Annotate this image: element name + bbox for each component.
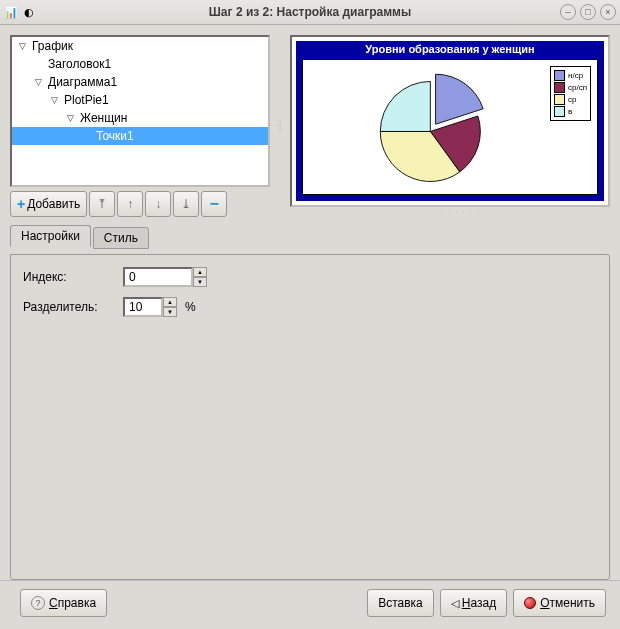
tab-style[interactable]: Стиль bbox=[93, 227, 149, 249]
legend-row: н/ср bbox=[554, 70, 587, 81]
arrow-bar-down-icon: ⤓ bbox=[181, 197, 191, 211]
index-step-down[interactable]: ▼ bbox=[193, 277, 207, 287]
legend-label: ср/сп bbox=[568, 83, 587, 92]
tree-toggle-icon[interactable]: ▽ bbox=[64, 113, 76, 123]
minus-icon: − bbox=[210, 195, 219, 213]
window-title: Шаг 2 из 2: Настройка диаграммы bbox=[0, 5, 620, 19]
legend-label: ср bbox=[568, 95, 576, 104]
cancel-icon bbox=[524, 597, 536, 609]
legend-row: ср bbox=[554, 94, 587, 105]
tree-toggle-icon[interactable]: ▽ bbox=[48, 95, 60, 105]
tree-node[interactable]: Заголовок1 bbox=[12, 55, 268, 73]
minimize-button[interactable]: – bbox=[560, 4, 576, 20]
help-button-label: Справка bbox=[49, 596, 96, 610]
app-icon: 📊 bbox=[4, 5, 18, 19]
tree-toggle-icon[interactable]: ▽ bbox=[16, 41, 28, 51]
back-icon: ◁ bbox=[451, 597, 459, 610]
index-label: Индекс: bbox=[23, 270, 123, 284]
tree-node[interactable]: ▽Женщин bbox=[12, 109, 268, 127]
maximize-button[interactable]: □ bbox=[580, 4, 596, 20]
legend-label: в bbox=[568, 107, 572, 116]
tree-node-label: Заголовок1 bbox=[46, 57, 113, 71]
tab-settings[interactable]: Настройки bbox=[10, 225, 91, 247]
window-titlebar[interactable]: 📊 ◐ Шаг 2 из 2: Настройка диаграммы – □ … bbox=[0, 0, 620, 25]
legend-label: н/ср bbox=[568, 71, 583, 80]
arrow-bar-up-icon: ⤒ bbox=[97, 197, 107, 211]
tree-node[interactable]: ▽График bbox=[12, 37, 268, 55]
tree-view[interactable]: ▽ГрафикЗаголовок1▽Диаграмма1▽PlotPie1▽Же… bbox=[10, 35, 270, 187]
chart-legend: н/срср/спсрв bbox=[550, 66, 591, 121]
index-field[interactable] bbox=[123, 267, 193, 287]
tree-node[interactable]: Точки1 bbox=[12, 127, 268, 145]
tab-strip: Настройки Стиль bbox=[10, 225, 610, 247]
legend-row: ср/сп bbox=[554, 82, 587, 93]
remove-button[interactable]: − bbox=[201, 191, 227, 217]
tree-node-label: График bbox=[30, 39, 75, 53]
legend-swatch bbox=[554, 94, 565, 105]
move-top-button[interactable]: ⤒ bbox=[89, 191, 115, 217]
dialog-footer: ? Справка Вставка ◁ Назад Отменить bbox=[0, 580, 620, 629]
move-bottom-button[interactable]: ⤓ bbox=[173, 191, 199, 217]
add-button-label: Добавить bbox=[27, 197, 80, 211]
add-button[interactable]: + Добавить bbox=[10, 191, 87, 217]
plus-icon: + bbox=[17, 196, 25, 212]
help-button[interactable]: ? Справка bbox=[20, 589, 107, 617]
splitter-label: Разделитель: bbox=[23, 300, 123, 314]
cancel-button[interactable]: Отменить bbox=[513, 589, 606, 617]
tab-page-settings: Индекс: ▲ ▼ Разделитель: ▲ ▼ bbox=[10, 254, 610, 580]
splitter-step-down[interactable]: ▼ bbox=[163, 307, 177, 317]
legend-row: в bbox=[554, 106, 587, 117]
insert-button[interactable]: Вставка bbox=[367, 589, 434, 617]
close-button[interactable]: × bbox=[600, 4, 616, 20]
chart-preview: Уровни образования у женщин н/срср/спсрв bbox=[290, 35, 610, 207]
move-down-button[interactable]: ↓ bbox=[145, 191, 171, 217]
tree-node[interactable]: ▽PlotPie1 bbox=[12, 91, 268, 109]
tree-node-label: Диаграмма1 bbox=[46, 75, 119, 89]
move-up-button[interactable]: ↑ bbox=[117, 191, 143, 217]
tree-node[interactable]: ▽Диаграмма1 bbox=[12, 73, 268, 91]
splitter-step-up[interactable]: ▲ bbox=[163, 297, 177, 307]
splitter-field[interactable] bbox=[123, 297, 163, 317]
rollup-icon[interactable]: ◐ bbox=[22, 5, 36, 19]
cancel-button-label: Отменить bbox=[540, 596, 595, 610]
pie-slice bbox=[380, 81, 430, 131]
splitter-horizontal[interactable]: · · · · · · · · · bbox=[290, 209, 610, 217]
back-button-label: Назад bbox=[462, 596, 496, 610]
back-button[interactable]: ◁ Назад bbox=[440, 589, 507, 617]
insert-button-label: Вставка bbox=[378, 596, 423, 610]
arrow-down-icon: ↓ bbox=[155, 197, 161, 211]
tree-node-label: PlotPie1 bbox=[62, 93, 111, 107]
legend-swatch bbox=[554, 106, 565, 117]
tree-node-label: Женщин bbox=[78, 111, 129, 125]
tree-node-label: Точки1 bbox=[94, 129, 136, 143]
index-step-up[interactable]: ▲ bbox=[193, 267, 207, 277]
tree-toggle-icon[interactable]: ▽ bbox=[32, 77, 44, 87]
legend-swatch bbox=[554, 70, 565, 81]
splitter-vertical[interactable]: ·········· bbox=[276, 35, 284, 217]
help-icon: ? bbox=[31, 596, 45, 610]
chart-title: Уровни образования у женщин bbox=[296, 41, 604, 57]
legend-swatch bbox=[554, 82, 565, 93]
arrow-up-icon: ↑ bbox=[127, 197, 133, 211]
splitter-suffix: % bbox=[185, 300, 196, 314]
chart-settings-window: 📊 ◐ Шаг 2 из 2: Настройка диаграммы – □ … bbox=[0, 0, 620, 629]
